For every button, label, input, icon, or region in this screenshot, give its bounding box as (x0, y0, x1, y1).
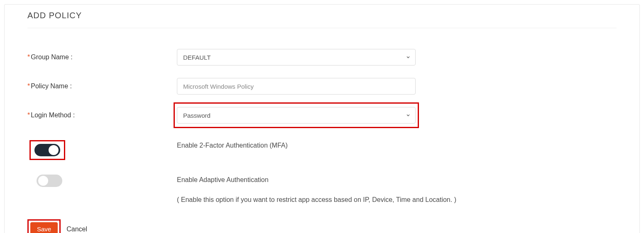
row-mfa-toggle: Enable 2-Factor Authentication (MFA) (27, 140, 617, 160)
row-login-method: * Login Method : Password (27, 107, 617, 124)
row-policy-name: * Policy Name : (27, 78, 617, 95)
policy-name-input[interactable] (177, 78, 416, 95)
group-name-select[interactable]: DEFAULT (177, 49, 416, 66)
toggle-knob (49, 145, 59, 155)
save-button-highlight: Save (27, 219, 61, 233)
adaptive-toggle[interactable] (37, 175, 62, 187)
row-adaptive-toggle: Enable Adaptive Authentication ( Enable … (27, 175, 617, 205)
page-title: ADD POLICY (27, 11, 617, 28)
adaptive-helper-text: ( Enable this option if you want to rest… (177, 194, 617, 205)
adaptive-toggle-label: Enable Adaptive Authentication (177, 175, 617, 185)
login-method-highlight: Password (174, 102, 419, 128)
required-mark: * (27, 53, 30, 61)
label-policy-name: * Policy Name : (27, 83, 177, 90)
required-mark: * (27, 112, 30, 119)
group-name-label-text: Group Name : (31, 53, 72, 61)
label-group-name: * Group Name : (27, 53, 177, 61)
row-group-name: * Group Name : DEFAULT (27, 49, 617, 66)
policy-name-label-text: Policy Name : (31, 83, 72, 90)
login-method-label-text: Login Method : (31, 112, 75, 119)
mfa-toggle-highlight (29, 140, 65, 160)
save-button[interactable]: Save (30, 222, 58, 233)
add-policy-panel: ADD POLICY * Group Name : DEFAULT * Poli… (4, 4, 640, 233)
cancel-button[interactable]: Cancel (66, 226, 87, 233)
login-method-select[interactable]: Password (177, 107, 416, 124)
mfa-toggle[interactable] (34, 144, 60, 156)
label-login-method: * Login Method : (27, 112, 177, 119)
toggle-knob (38, 176, 48, 186)
actions-row: Save Cancel (27, 219, 617, 233)
required-mark: * (27, 83, 30, 90)
mfa-toggle-label: Enable 2-Factor Authentication (MFA) (177, 140, 617, 151)
